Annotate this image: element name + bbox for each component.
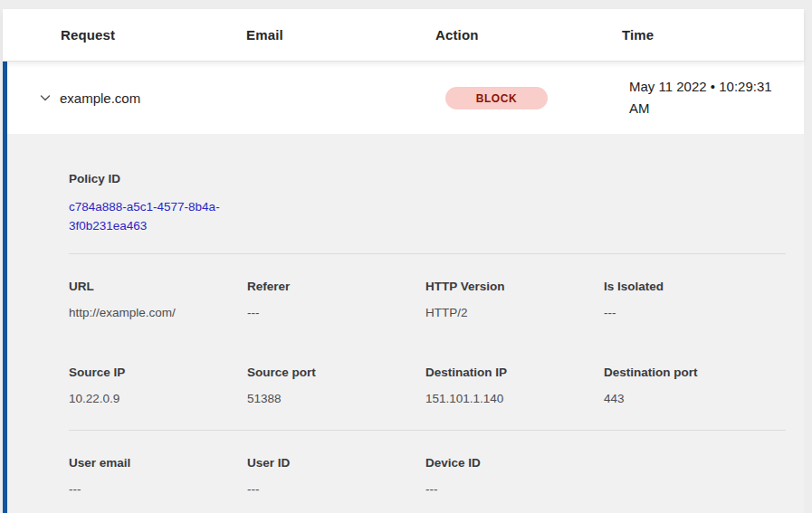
detail-fields-row: User email --- User ID --- Device ID ---: [69, 456, 786, 497]
field-user-email: User email ---: [69, 456, 247, 497]
field-url: URL http://example.com/: [69, 280, 247, 320]
row-action-cell: BLOCK: [445, 87, 629, 109]
table-header: Request Email Action Time: [3, 9, 804, 62]
field-destination-port: Destination port 443: [604, 366, 782, 406]
column-header-email: Email: [246, 27, 435, 43]
policy-id-label: Policy ID: [69, 172, 786, 185]
log-table-card: Request Email Action Time example.com BL…: [3, 9, 804, 513]
field-value: HTTP/2: [425, 305, 589, 320]
section-divider: [69, 430, 786, 431]
chevron-down-icon: [38, 90, 53, 105]
field-value: 151.101.1.140: [425, 391, 589, 406]
policy-id-link[interactable]: c784a888-a5c1-4577-8b4a-3f0b231ea463: [69, 197, 247, 235]
page-background: Request Email Action Time example.com BL…: [0, 0, 812, 513]
row-detail-panel: Policy ID c784a888-a5c1-4577-8b4a-3f0b23…: [7, 134, 804, 513]
status-badge-block: BLOCK: [445, 87, 548, 109]
field-empty: [604, 456, 782, 497]
column-header-action: Action: [435, 27, 622, 43]
field-value: 443: [604, 391, 768, 406]
field-value: http://example.com/: [69, 305, 233, 320]
field-referer: Referer ---: [247, 280, 425, 320]
field-value: 51388: [247, 391, 411, 406]
column-header-request: Request: [61, 27, 246, 43]
detail-fields-row: Source IP 10.22.0.9 Source port 51388 De…: [69, 366, 786, 406]
field-value: ---: [247, 305, 411, 320]
field-value: 10.22.0.9: [69, 391, 233, 406]
field-label: Referer: [247, 280, 411, 293]
expanded-row-group: example.com BLOCK May 11 2022 • 10:29:31…: [3, 62, 804, 513]
field-label: Destination IP: [425, 366, 589, 379]
field-label: HTTP Version: [425, 280, 589, 293]
field-http-version: HTTP Version HTTP/2: [425, 280, 604, 320]
field-value: ---: [604, 305, 768, 320]
field-destination-ip: Destination IP 151.101.1.140: [425, 366, 604, 406]
field-device-id: Device ID ---: [425, 456, 604, 497]
field-label: Device ID: [425, 456, 589, 470]
row-expand-toggle[interactable]: [38, 90, 60, 105]
policy-id-section: Policy ID c784a888-a5c1-4577-8b4a-3f0b23…: [69, 172, 786, 235]
field-user-id: User ID ---: [247, 456, 425, 497]
column-header-time: Time: [622, 27, 804, 43]
field-value: ---: [425, 481, 589, 497]
field-label: Source port: [247, 366, 411, 379]
field-value: ---: [69, 481, 233, 497]
field-is-isolated: Is Isolated ---: [604, 280, 782, 320]
field-label: User ID: [247, 456, 411, 470]
field-label: URL: [69, 280, 233, 293]
row-time-value: May 11 2022 • 10:29:31 AM: [629, 76, 804, 119]
field-value: ---: [247, 481, 411, 497]
field-source-port: Source port 51388: [247, 366, 425, 406]
detail-fields-row: URL http://example.com/ Referer --- HTTP…: [69, 280, 786, 320]
field-source-ip: Source IP 10.22.0.9: [69, 366, 247, 406]
table-row[interactable]: example.com BLOCK May 11 2022 • 10:29:31…: [7, 62, 804, 134]
field-label: Source IP: [69, 366, 233, 379]
field-label: Destination port: [604, 366, 768, 379]
field-label: Is Isolated: [604, 280, 768, 293]
field-label: User email: [69, 456, 233, 470]
row-request-value: example.com: [60, 90, 445, 106]
section-divider: [69, 253, 786, 254]
